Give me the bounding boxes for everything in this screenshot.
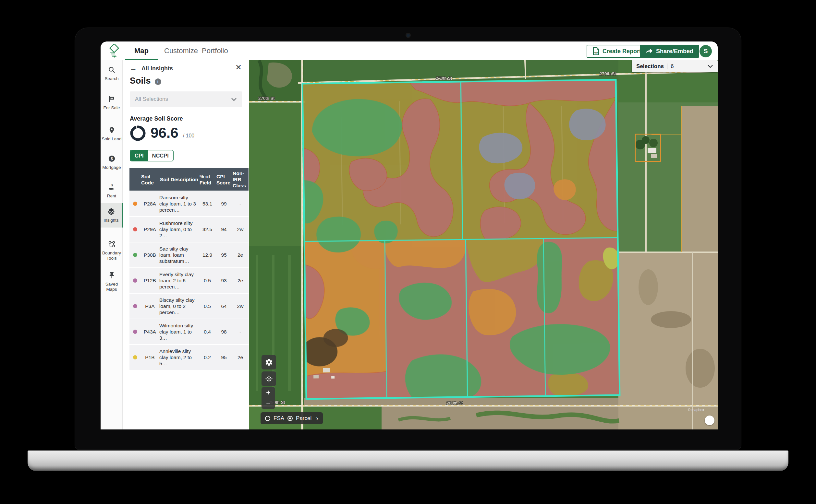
svg-text:270th St: 270th St xyxy=(436,76,452,81)
user-avatar[interactable]: S xyxy=(700,45,712,57)
pushpin-icon xyxy=(108,272,115,279)
sale-sign-icon xyxy=(108,95,115,103)
svg-text:270th St: 270th St xyxy=(258,96,275,101)
sidebar-item-label: Search xyxy=(100,76,123,81)
table-row[interactable]: P28ARansom silty clay loam, 1 to 3 perce… xyxy=(129,191,249,216)
create-report-label: Create Report xyxy=(602,48,641,55)
map-pin-icon xyxy=(108,126,115,134)
soil-color-dot xyxy=(133,304,137,308)
sidebar-item-search[interactable]: Search xyxy=(100,65,123,81)
gear-icon xyxy=(265,358,273,366)
map-attribution: © mapbox xyxy=(688,408,704,412)
chevron-down-icon xyxy=(231,98,237,101)
zoom-controls: + − xyxy=(262,387,275,409)
app-logo-icon xyxy=(108,44,121,58)
tab-map[interactable]: Map xyxy=(134,41,148,60)
parcel-radio[interactable] xyxy=(288,416,293,421)
sidebar-item-label: For Sale xyxy=(100,105,123,111)
boundary-polygon-icon xyxy=(108,240,115,248)
sidebar-item-rent[interactable]: $ Rent xyxy=(100,182,123,199)
back-label: All Insights xyxy=(141,65,173,72)
chevron-right-icon[interactable]: › xyxy=(316,415,318,422)
score-max: / 100 xyxy=(183,133,195,141)
svg-text:$: $ xyxy=(111,157,113,161)
laptop-mockup: Map Customize Portfolio PDF Create Repor… xyxy=(0,0,816,504)
tab-customize[interactable]: Customize xyxy=(164,41,198,60)
toggle-nccpi[interactable]: NCCPI xyxy=(148,150,173,161)
map-selections-dropdown[interactable]: Selections 6 xyxy=(632,60,718,72)
fsa-radio[interactable] xyxy=(265,416,270,421)
toggle-cpi[interactable]: CPI xyxy=(130,150,148,161)
soils-panel: ← All Insights ✕ Soils i All Selections … xyxy=(123,60,249,429)
soil-color-dot xyxy=(133,227,137,231)
info-icon[interactable]: i xyxy=(155,78,161,85)
close-icon[interactable]: ✕ xyxy=(235,63,242,72)
satellite-map: 270th St 270th St 270th St 280th St 280t… xyxy=(249,60,718,429)
sidebar-item-boundary-tools[interactable]: Boundary Tools xyxy=(100,239,123,261)
search-icon xyxy=(108,66,115,74)
sidebar-item-label: Saved Maps xyxy=(100,282,123,292)
score-value: 96.6 xyxy=(150,124,178,141)
table-row[interactable]: P3ABiscay silty clay loam, 0 to 2 percen… xyxy=(129,293,249,319)
sidebar-item-label: Boundary Tools xyxy=(100,251,123,261)
sidebar-item-label: Insights xyxy=(100,218,122,223)
dollar-circle-icon: $ xyxy=(108,155,115,162)
sidebar-item-label: Mortgage xyxy=(100,165,123,170)
table-row[interactable]: P1BAnnieville silty clay loam, 2 to 5… 0… xyxy=(129,344,249,370)
page-title: Soils xyxy=(130,76,151,86)
average-soil-score-label: Average Soil Score xyxy=(130,115,183,122)
share-arrow-icon xyxy=(646,48,653,54)
svg-text:PDF: PDF xyxy=(594,52,598,54)
selections-count: 6 xyxy=(671,63,674,70)
map-settings-button[interactable] xyxy=(262,355,276,369)
soil-color-dot xyxy=(133,330,137,334)
locate-icon xyxy=(265,375,273,383)
table-row[interactable]: P30BSac silty clay loam, loam substratum… xyxy=(129,242,249,267)
col-non-irr: Non-IRR Class xyxy=(232,168,249,191)
rent-hand-icon: $ xyxy=(108,183,115,191)
share-embed-label: Share/Embed xyxy=(656,48,693,55)
top-nav: Map Customize Portfolio PDF Create Repor… xyxy=(100,41,718,60)
map-canvas[interactable]: 270th St 270th St 270th St 280th St 280t… xyxy=(249,60,718,429)
sidebar-item-mortgage[interactable]: $ Mortgage xyxy=(100,154,123,170)
col-cpi-score: CPI Score xyxy=(216,171,232,188)
laptop-base xyxy=(28,451,788,471)
pdf-document-icon: PDF xyxy=(592,47,599,55)
webcam-dot xyxy=(407,34,410,37)
chevron-down-icon xyxy=(707,64,713,68)
map-compass-button[interactable] xyxy=(705,416,715,425)
table-row[interactable]: P43AWilmonton silty clay loam, 1 to 3… 0… xyxy=(129,319,249,344)
soils-table-header: Soil Code Soil Description % of Field CP… xyxy=(129,168,249,191)
score-ring xyxy=(130,125,146,141)
tab-portfolio[interactable]: Portfolio xyxy=(202,41,228,60)
table-row[interactable]: P12BEverly silty clay loam, 2 to 6 perce… xyxy=(129,267,249,293)
create-report-button[interactable]: PDF Create Report xyxy=(586,45,647,58)
layers-icon xyxy=(107,207,115,215)
cpi-nccpi-toggle: CPI NCCPI xyxy=(130,150,173,161)
sidebar-item-insights[interactable]: Insights xyxy=(100,203,123,228)
svg-text:270th St: 270th St xyxy=(599,71,616,76)
soils-table: Soil Code Soil Description % of Field CP… xyxy=(129,168,249,370)
table-row[interactable]: P29ARushmore silty clay loam, 0 to 2… 32… xyxy=(129,216,249,242)
my-location-button[interactable] xyxy=(262,371,276,386)
parcel-overlay xyxy=(299,79,621,400)
parcel-label: Parcel xyxy=(296,415,312,422)
left-sidebar: Search For Sale Sold Land $ Mortgage $ R… xyxy=(100,60,123,429)
sidebar-item-sold-land[interactable]: Sold Land xyxy=(100,125,123,142)
sidebar-item-for-sale[interactable]: For Sale xyxy=(100,94,123,111)
fsa-label: FSA xyxy=(274,415,284,422)
col-soil-description: Soil Description xyxy=(159,174,199,184)
soil-color-dot xyxy=(133,202,137,206)
average-soil-score: 96.6 / 100 xyxy=(130,124,194,141)
layer-toggle-pill: FSA Parcel › xyxy=(261,412,323,424)
zoom-in-button[interactable]: + xyxy=(262,387,275,398)
sidebar-item-saved-maps[interactable]: Saved Maps xyxy=(100,270,123,292)
share-embed-button[interactable]: Share/Embed xyxy=(640,45,699,58)
svg-text:$: $ xyxy=(111,183,113,187)
col-soil-code: Soil Code xyxy=(140,171,159,188)
back-to-all-insights[interactable]: ← All Insights xyxy=(130,64,173,73)
svg-text:280th St: 280th St xyxy=(446,401,463,405)
sidebar-item-label: Rent xyxy=(100,193,123,199)
zoom-out-button[interactable]: − xyxy=(262,398,275,409)
selections-dropdown[interactable]: All Selections xyxy=(130,91,242,107)
